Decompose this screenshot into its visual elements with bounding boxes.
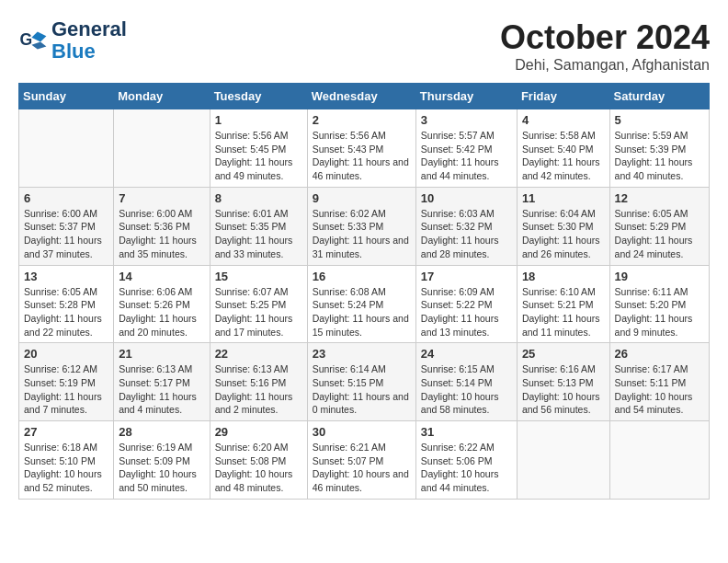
calendar-cell: 16Sunrise: 6:08 AM Sunset: 5:24 PM Dayli… [307,265,415,343]
calendar-cell: 24Sunrise: 6:15 AM Sunset: 5:14 PM Dayli… [415,343,517,421]
day-info: Sunrise: 6:05 AM Sunset: 5:29 PM Dayligh… [615,207,704,261]
day-number: 8 [215,191,302,205]
day-number: 22 [215,347,302,361]
calendar-cell [19,109,114,188]
calendar-cell: 7Sunrise: 6:00 AM Sunset: 5:36 PM Daylig… [114,187,210,265]
calendar-cell: 3Sunrise: 5:57 AM Sunset: 5:42 PM Daylig… [415,109,517,188]
day-number: 10 [421,191,512,205]
day-number: 28 [119,425,204,439]
calendar-cell: 20Sunrise: 6:12 AM Sunset: 5:19 PM Dayli… [19,343,114,421]
calendar-cell: 15Sunrise: 6:07 AM Sunset: 5:25 PM Dayli… [210,265,307,343]
calendar-cell: 31Sunrise: 6:22 AM Sunset: 5:06 PM Dayli… [415,421,517,500]
logo: G General Blue [18,18,127,63]
day-number: 18 [522,270,605,283]
weekday-header-monday: Monday [114,84,210,109]
day-number: 31 [421,425,512,439]
weekday-header-tuesday: Tuesday [210,84,307,109]
day-number: 23 [313,347,411,361]
day-number: 25 [522,347,605,361]
day-info: Sunrise: 6:10 AM Sunset: 5:21 PM Dayligh… [522,285,605,339]
calendar-cell: 1Sunrise: 5:56 AM Sunset: 5:45 PM Daylig… [210,109,307,188]
calendar-cell: 6Sunrise: 6:00 AM Sunset: 5:37 PM Daylig… [19,187,114,265]
svg-marker-3 [31,42,46,50]
day-info: Sunrise: 5:56 AM Sunset: 5:45 PM Dayligh… [215,129,302,183]
calendar-cell: 9Sunrise: 6:02 AM Sunset: 5:33 PM Daylig… [307,187,415,265]
day-info: Sunrise: 6:20 AM Sunset: 5:08 PM Dayligh… [215,441,302,495]
day-info: Sunrise: 6:19 AM Sunset: 5:09 PM Dayligh… [119,441,204,495]
day-info: Sunrise: 6:03 AM Sunset: 5:32 PM Dayligh… [421,207,512,261]
day-number: 9 [313,191,411,205]
calendar-cell [609,421,709,500]
svg-marker-2 [31,32,46,42]
day-number: 14 [119,270,204,283]
calendar-cell: 2Sunrise: 5:56 AM Sunset: 5:43 PM Daylig… [307,109,415,188]
day-number: 30 [313,425,411,439]
day-number: 13 [24,270,108,283]
day-info: Sunrise: 6:00 AM Sunset: 5:36 PM Dayligh… [119,207,204,261]
day-info: Sunrise: 6:16 AM Sunset: 5:13 PM Dayligh… [522,362,605,417]
day-info: Sunrise: 6:00 AM Sunset: 5:37 PM Dayligh… [24,207,108,261]
title-block: October 2024 Dehi, Samangan, Afghanistan [500,18,710,74]
location: Dehi, Samangan, Afghanistan [500,57,710,74]
calendar-cell: 19Sunrise: 6:11 AM Sunset: 5:20 PM Dayli… [609,265,709,343]
weekday-header-sunday: Sunday [19,84,114,109]
calendar-cell: 21Sunrise: 6:13 AM Sunset: 5:17 PM Dayli… [114,343,210,421]
calendar-cell: 28Sunrise: 6:19 AM Sunset: 5:09 PM Dayli… [114,421,210,500]
day-number: 20 [24,347,108,361]
calendar-cell: 14Sunrise: 6:06 AM Sunset: 5:26 PM Dayli… [114,265,210,343]
calendar-week-0: 1Sunrise: 5:56 AM Sunset: 5:45 PM Daylig… [19,109,710,188]
day-info: Sunrise: 6:14 AM Sunset: 5:15 PM Dayligh… [313,362,411,417]
day-number: 21 [119,347,204,361]
day-number: 27 [24,425,108,439]
logo-icon: G [18,26,48,55]
calendar-cell: 22Sunrise: 6:13 AM Sunset: 5:16 PM Dayli… [210,343,307,421]
day-info: Sunrise: 6:05 AM Sunset: 5:28 PM Dayligh… [24,285,108,339]
day-info: Sunrise: 6:22 AM Sunset: 5:06 PM Dayligh… [421,441,512,495]
day-number: 7 [119,191,204,205]
day-info: Sunrise: 5:58 AM Sunset: 5:40 PM Dayligh… [522,129,605,183]
day-info: Sunrise: 6:04 AM Sunset: 5:30 PM Dayligh… [522,207,605,261]
weekday-header-thursday: Thursday [415,84,517,109]
calendar-cell: 13Sunrise: 6:05 AM Sunset: 5:28 PM Dayli… [19,265,114,343]
calendar-cell: 29Sunrise: 6:20 AM Sunset: 5:08 PM Dayli… [210,421,307,500]
logo-blue: Blue [51,40,96,63]
svg-text:G: G [20,30,33,49]
day-info: Sunrise: 5:56 AM Sunset: 5:43 PM Dayligh… [313,129,411,183]
calendar-cell: 25Sunrise: 6:16 AM Sunset: 5:13 PM Dayli… [517,343,609,421]
day-info: Sunrise: 6:13 AM Sunset: 5:16 PM Dayligh… [215,362,302,417]
calendar-week-4: 27Sunrise: 6:18 AM Sunset: 5:10 PM Dayli… [19,421,710,500]
day-number: 3 [421,113,512,127]
day-number: 5 [615,113,704,127]
page-header: G General Blue October 2024 Dehi, Samang… [18,18,710,74]
month-title: October 2024 [500,18,710,57]
day-info: Sunrise: 6:15 AM Sunset: 5:14 PM Dayligh… [421,362,512,417]
day-number: 26 [615,347,704,361]
day-number: 16 [313,270,411,283]
day-number: 24 [421,347,512,361]
day-info: Sunrise: 6:18 AM Sunset: 5:10 PM Dayligh… [24,441,108,495]
day-info: Sunrise: 6:12 AM Sunset: 5:19 PM Dayligh… [24,362,108,417]
day-info: Sunrise: 6:13 AM Sunset: 5:17 PM Dayligh… [119,362,204,417]
day-info: Sunrise: 5:59 AM Sunset: 5:39 PM Dayligh… [615,129,704,183]
day-info: Sunrise: 6:08 AM Sunset: 5:24 PM Dayligh… [313,285,411,339]
day-number: 17 [421,270,512,283]
day-info: Sunrise: 6:09 AM Sunset: 5:22 PM Dayligh… [421,285,512,339]
calendar-week-3: 20Sunrise: 6:12 AM Sunset: 5:19 PM Dayli… [19,343,710,421]
weekday-header-wednesday: Wednesday [307,84,415,109]
calendar-cell: 30Sunrise: 6:21 AM Sunset: 5:07 PM Dayli… [307,421,415,500]
day-info: Sunrise: 6:21 AM Sunset: 5:07 PM Dayligh… [313,441,411,495]
calendar-table: SundayMondayTuesdayWednesdayThursdayFrid… [18,83,710,500]
calendar-cell: 10Sunrise: 6:03 AM Sunset: 5:32 PM Dayli… [415,187,517,265]
day-number: 11 [522,191,605,205]
calendar-cell: 8Sunrise: 6:01 AM Sunset: 5:35 PM Daylig… [210,187,307,265]
calendar-body: 1Sunrise: 5:56 AM Sunset: 5:45 PM Daylig… [19,109,710,500]
calendar-cell: 4Sunrise: 5:58 AM Sunset: 5:40 PM Daylig… [517,109,609,188]
day-number: 12 [615,191,704,205]
day-number: 29 [215,425,302,439]
day-number: 15 [215,270,302,283]
day-number: 6 [24,191,108,205]
calendar-week-1: 6Sunrise: 6:00 AM Sunset: 5:37 PM Daylig… [19,187,710,265]
weekday-header-row: SundayMondayTuesdayWednesdayThursdayFrid… [19,84,710,109]
calendar-cell: 12Sunrise: 6:05 AM Sunset: 5:29 PM Dayli… [609,187,709,265]
day-number: 1 [215,113,302,127]
